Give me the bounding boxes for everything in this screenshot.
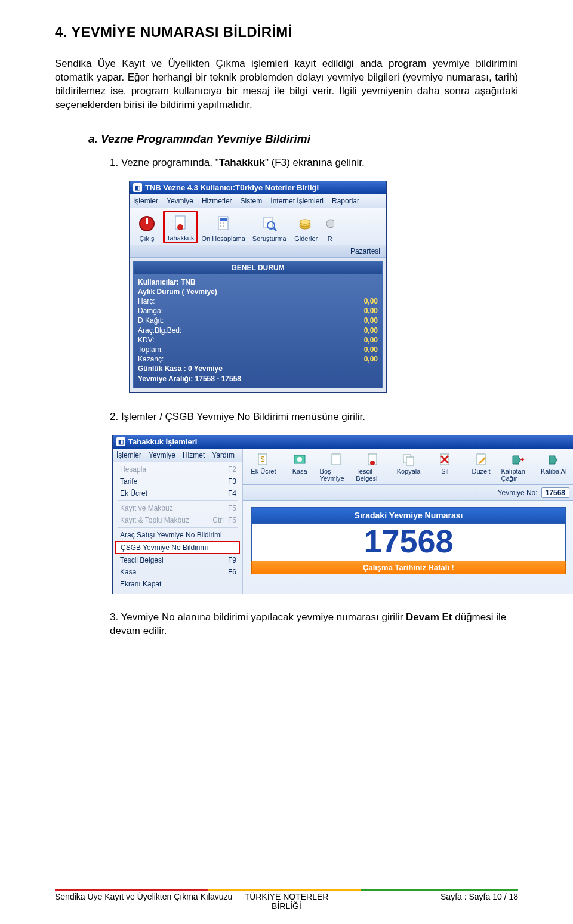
tb-sil[interactable]: Sil [427,450,463,483]
menu-internet[interactable]: İnternet İşlemleri [270,197,324,205]
row-v: 0,00 [364,316,378,325]
menu-item-tarife[interactable]: TarifeF3 [115,475,240,487]
step-1-pre: 1. Vezne programında, " [110,157,219,168]
menu2-islemler[interactable]: İşlemler [116,451,141,459]
svg-point-3 [177,224,183,230]
toolbar-sorusturma-label: Soruşturma [252,235,286,242]
window-title: TNB Vezne 4.3 Kullanıcı:Türkiye Noterler… [145,183,319,192]
menu-item-tescil[interactable]: Tescil BelgesiF9 [115,554,240,566]
tb-tescil[interactable]: Tescil Belgesi [354,450,390,483]
tb-label: Sil [441,468,448,475]
row-toplam: Toplam:0,00 [138,345,378,354]
panel-monthly: Aylık Durum ( Yevmiye) [138,287,378,296]
tb-label: Kalıptan Çağır [501,468,534,482]
mi-shortcut: F5 [228,504,236,512]
mi-label: Araç Satışı Yevmiye No Bildirimi [120,531,222,539]
menu-islemler[interactable]: İşlemler [133,197,158,205]
step-1-bold: Tahakkuk [219,157,265,168]
menu2-yardim[interactable]: Yardım [212,451,235,459]
toolbar-partial-button[interactable]: R [322,212,338,243]
dropdown-menu-list: HesaplaF2 TarifeF3 Ek ÜcretF4 Kayıt ve M… [113,462,242,594]
toolbar-giderler-label: Giderler [294,235,318,242]
row-aracblg: Araç.Blg.Bed:0,00 [138,326,378,335]
menu-item-ekucret[interactable]: Ek ÜcretF4 [115,487,240,499]
mi-label: Kayıt ve Makbuz [120,504,173,512]
row-damga: Damga:0,00 [138,306,378,316]
mi-shortcut: F9 [228,556,236,564]
mi-label: Tarife [120,477,137,486]
toolbar-cikis-button[interactable]: Çıkış [131,212,163,243]
tb-kasa[interactable]: Kasa [282,450,318,483]
toolbar-tahakkuk-button[interactable]: Tahakkuk [163,211,198,243]
menu-item-csgb-yevmiye[interactable]: ÇSGB Yevmiye No Bildirimi [115,541,240,554]
tb-label: Kalıba Al [541,468,566,475]
panel-body: Kullanıcılar: TNB Aylık Durum ( Yevmiye)… [133,274,383,388]
status-panel: GENEL DURUM Kullanıcılar: TNB Aylık Duru… [130,258,386,392]
mi-shortcut: Ctrl+F5 [212,516,236,524]
screenshot-vezne-app: ◧ TNB Vezne 4.3 Kullanıcı:Türkiye Noterl… [129,181,387,393]
svg-rect-5 [220,218,227,221]
edit-icon [473,452,489,467]
menu-sistem[interactable]: Sistem [241,197,263,205]
menu-raporlar[interactable]: Raporlar [332,197,359,205]
panel-gunluk: Günlük Kasa : 0 Yevmiye [138,364,378,373]
puzzle-in-icon [546,452,562,467]
toolbar-giderler-button[interactable]: Giderler [290,212,322,243]
menu-item-kayittoplu[interactable]: Kayıt & Toplu MakbuzCtrl+F5 [115,514,240,526]
mi-shortcut: F3 [228,477,236,486]
menu2-yevmiye[interactable]: Yevmiye [149,451,175,459]
menu-yevmiye[interactable]: Yevmiye [167,197,193,205]
menu-separator [118,500,238,501]
step-2: 2. İşlemler / ÇSGB Yevmiye No Bildirimi … [110,410,518,424]
app-icon-2: ◧ [116,437,125,446]
toolbar-onhesaplama-button[interactable]: Ön Hesaplama [198,212,248,243]
page-footer: Sendika Üye Kayıt ve Üyelikten Çıkma Kıl… [0,889,573,911]
svg-rect-9 [223,225,224,227]
menu-item-hesapla[interactable]: HesaplaF2 [115,463,240,475]
tb-duzelt[interactable]: Düzelt [463,450,500,483]
row-kazanc: Kazanç:0,00 [138,354,378,364]
tb-bosyevmiye[interactable]: Boş Yevmiye [318,450,355,483]
mi-label: Kayıt & Toplu Makbuz [120,516,189,524]
menubar-2[interactable]: İşlemler Yevmiye Hizmet Yardım [113,449,242,462]
tb-label: Ek Ücret [251,468,276,475]
section-intro-paragraph: Sendika Üye Kayıt ve Üyelikten Çıkma işl… [55,57,518,112]
row-v: 0,00 [364,326,378,335]
tb-kopyala[interactable]: Kopyala [390,450,427,483]
tb-kaliptancagir[interactable]: Kalıptan Çağır [499,450,535,483]
app-icon: ◧ [133,183,142,192]
row-v: 0,00 [364,345,378,354]
menu-hizmetler[interactable]: Hizmetler [202,197,232,205]
mi-shortcut: F2 [228,465,236,474]
menubar[interactable]: İşlemler Yevmiye Hizmetler Sistem İntern… [130,194,386,208]
menu-item-aracsatisi[interactable]: Araç Satışı Yevmiye No Bildirimi [115,529,240,541]
menu-item-kasa[interactable]: KasaF6 [115,566,240,578]
yevmiye-no-value[interactable]: 17568 [541,487,569,498]
step-3-bold: Devam Et [406,611,452,623]
mi-shortcut: F6 [228,568,236,576]
delete-icon [436,452,453,467]
row-k: D.Kağıt: [138,316,164,325]
svg-rect-25 [406,457,414,465]
menu2-hizmet[interactable]: Hizmet [183,451,205,459]
gear-icon [326,214,334,234]
tb-label: Kopyala [397,468,421,475]
svg-text:$: $ [261,455,265,463]
menu-item-ekranikapat[interactable]: Ekranı Kapat [115,578,240,590]
row-dkagit: D.Kağıt:0,00 [138,316,378,325]
menu-item-kayitmakbuz[interactable]: Kayıt ve MakbuzF5 [115,502,240,514]
tb-kalibaal[interactable]: Kalıba Al [535,450,572,483]
svg-rect-6 [220,222,221,224]
tb-label: Boş Yevmiye [320,468,353,482]
document-icon [170,213,191,233]
svg-rect-1 [146,218,148,224]
svg-point-23 [370,461,375,465]
row-k: KDV: [138,335,155,345]
row-k: Harç: [138,296,155,306]
right-content-panel: $Ek Ücret Kasa Boş Yevmiye Tescil Belges… [243,449,573,594]
tb-ekucret[interactable]: $Ek Ücret [245,450,282,483]
footer-right: Sayfa : Sayfa 10 / 18 [333,892,518,911]
toolbar-sorusturma-button[interactable]: Soruşturma [249,212,290,243]
svg-rect-21 [332,454,340,465]
row-harc: Harç:0,00 [138,296,378,306]
